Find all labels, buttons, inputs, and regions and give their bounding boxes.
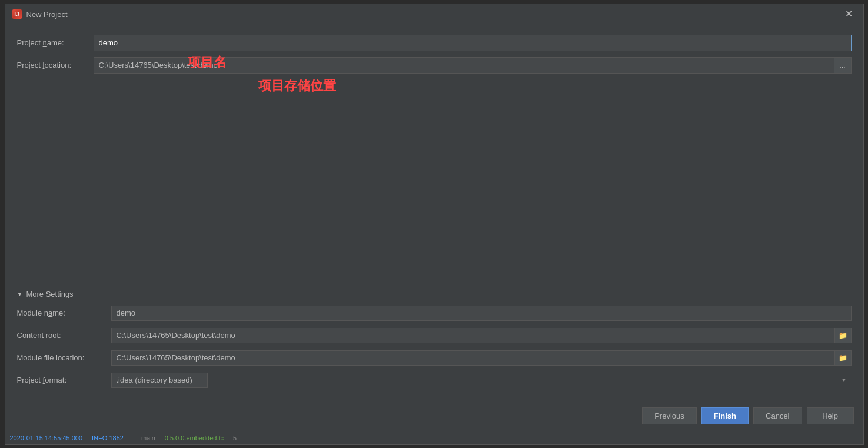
content-root-label: Content root: <box>17 331 111 340</box>
app-icon: IJ <box>12 9 22 19</box>
spacer <box>17 79 852 285</box>
status-embedded-text: 0.5.0.0.embedded.tc <box>165 434 224 442</box>
module-file-location-input-group: 📁 <box>111 350 852 366</box>
content-root-input[interactable] <box>111 328 834 343</box>
project-format-label: Project format: <box>17 376 111 384</box>
more-settings-title: More Settings <box>26 290 73 298</box>
help-button[interactable]: Help <box>807 407 854 424</box>
title-bar-left: IJ New Project <box>12 9 68 19</box>
status-info-text: INFO 1852 --- <box>92 434 132 442</box>
project-name-row: Project name: <box>17 35 852 51</box>
content-root-input-group: 📁 <box>111 328 852 343</box>
more-settings-content: Module name: Content root: 📁 <box>17 306 852 390</box>
dialog-body: 项目名 项目存储位置 Project name: Project locatio… <box>5 25 863 400</box>
more-settings-header[interactable]: ▼ More Settings <box>17 290 852 298</box>
content-root-browse-button[interactable]: 📁 <box>834 328 852 343</box>
new-project-dialog: IJ New Project ✕ 项目名 项目存储位置 Project name… <box>5 4 864 445</box>
module-file-location-label: Module file location: <box>17 353 111 362</box>
project-format-select[interactable]: .idea (directory based) <box>111 373 208 388</box>
project-location-input[interactable] <box>94 57 834 74</box>
module-file-location-input[interactable] <box>111 350 834 366</box>
module-name-label: Module name: <box>17 308 111 317</box>
project-location-input-group: ... <box>94 57 852 74</box>
status-bar: 2020-01-15 14:55:45.000 INFO 1852 --- ma… <box>5 432 863 444</box>
module-file-location-browse-button[interactable]: 📁 <box>834 350 852 366</box>
project-location-label: Project location: <box>17 61 94 69</box>
project-location-row: Project location: ... <box>17 57 852 74</box>
module-file-location-row: Module file location: 📁 <box>17 350 852 366</box>
status-main-text: main <box>141 434 155 442</box>
content-root-row: Content root: 📁 <box>17 328 852 343</box>
cancel-button[interactable]: Cancel <box>753 407 802 424</box>
previous-button[interactable]: Previous <box>642 407 697 424</box>
module-name-input[interactable] <box>111 306 852 321</box>
project-name-input[interactable] <box>94 35 852 51</box>
collapse-arrow-icon: ▼ <box>17 291 23 297</box>
status-timestamp: 2020-01-15 14:55:45.000 <box>10 434 83 442</box>
finish-button[interactable]: Finish <box>701 407 749 424</box>
project-format-row: Project format: .idea (directory based) <box>17 373 852 388</box>
project-location-browse-button[interactable]: ... <box>834 57 852 74</box>
close-button[interactable]: ✕ <box>842 8 856 20</box>
more-settings-section: ▼ More Settings Module name: Content roo… <box>17 290 852 390</box>
status-number: 5 <box>233 434 237 442</box>
dialog-footer: Previous Finish Cancel Help <box>5 400 863 432</box>
project-format-select-wrapper: .idea (directory based) <box>111 373 852 388</box>
module-name-row: Module name: <box>17 306 852 321</box>
dialog-title: New Project <box>26 10 68 19</box>
title-bar: IJ New Project ✕ <box>5 4 863 25</box>
project-name-label: Project name: <box>17 38 94 47</box>
